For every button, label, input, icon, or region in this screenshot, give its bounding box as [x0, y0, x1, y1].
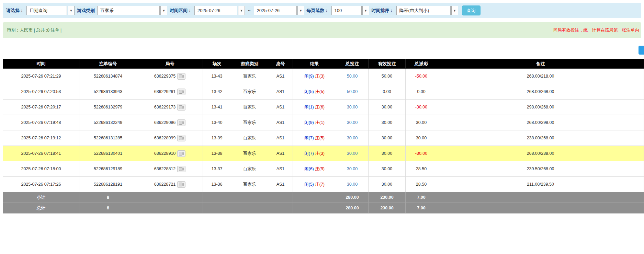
cell-session: 13-42 [203, 84, 231, 100]
total-bet-link[interactable]: 30.00 [347, 182, 358, 187]
cell-time: 2025-07-26 07:20:53 [3, 84, 79, 100]
total-bet-link[interactable]: 50.00 [347, 89, 358, 94]
date-to-value[interactable]: 2025-07-26 [254, 6, 297, 15]
chevron-down-icon[interactable]: ▼ [297, 6, 304, 15]
replay-icon[interactable] [177, 89, 185, 95]
query-type-value[interactable]: 日期查询 [26, 6, 67, 15]
subtotal-row: 小计 8 280.00 230.00 7.00 [3, 192, 644, 203]
cell-remark: 239.50/268.00 [437, 161, 644, 177]
table-row: 2025-07-26 07:19:12 522686131285 6362289… [3, 130, 644, 146]
chevron-down-icon[interactable]: ▼ [451, 6, 458, 15]
result-banker: 庄(5) [315, 89, 325, 94]
cell-valid-bet: 0.00 [369, 84, 406, 100]
cell-time: 2025-07-26 07:17:26 [3, 177, 79, 192]
total-bet-link[interactable]: 30.00 [347, 105, 358, 109]
cell-payout: -30.00 [406, 100, 437, 115]
date-from-value[interactable]: 2025-07-26 [194, 6, 237, 15]
cell-result: 闲(7) 庄(3) [293, 146, 336, 161]
chevron-down-icon[interactable]: ▼ [68, 6, 75, 15]
game-type-value[interactable]: 百家乐 [97, 6, 160, 15]
date-to-select[interactable]: 2025-07-26 ▼ [254, 6, 304, 15]
cell-table-no: AS1 [268, 115, 293, 130]
round-number: 636229375 [154, 74, 176, 79]
cell-round: 636228812 [137, 161, 203, 177]
cell-remark: 268.00/298.00 [437, 115, 644, 130]
cell-bet-id: 522686133943 [79, 84, 137, 100]
cell-bet-id: 522686128191 [79, 177, 137, 192]
cell-time: 2025-07-26 07:19:12 [3, 130, 79, 146]
header-result: 结果 [293, 59, 336, 69]
cell-game-type: 百家乐 [231, 115, 268, 130]
date-from-select[interactable]: 2025-07-26 ▼ [194, 6, 245, 15]
game-type-select[interactable]: 百家乐 ▼ [97, 6, 167, 15]
replay-icon[interactable] [177, 181, 185, 188]
total-bet-link[interactable]: 30.00 [347, 166, 358, 171]
cell-result: 闲(5) 庄(5) [293, 84, 336, 100]
round-number: 636229261 [154, 89, 176, 94]
cell-payout: 30.00 [406, 130, 437, 146]
cell-time: 2025-07-26 07:20:17 [3, 100, 79, 115]
select-label: 请选择： [6, 8, 24, 14]
cell-result: 闲(9) 庄(3) [293, 69, 336, 84]
cell-remark: 268.00/268.00 [437, 84, 644, 100]
time-sort-value[interactable]: 降幂(由大到小) [396, 6, 451, 15]
replay-icon[interactable] [177, 150, 185, 157]
query-button[interactable]: 查询 [462, 5, 481, 15]
subtotal-label: 小计 [3, 192, 79, 203]
cell-table-no: AS1 [268, 84, 293, 100]
round-number: 636228721 [154, 182, 176, 187]
bet-records-table: 时间 注单编号 局号 场次 游戏类别 桌号 结果 总投注 有效投注 总派彩 备注… [3, 59, 644, 213]
subtotal-count: 8 [79, 192, 137, 203]
total-bet-link[interactable]: 50.00 [347, 74, 358, 79]
partial-button[interactable] [639, 46, 644, 55]
cell-valid-bet: 30.00 [369, 130, 406, 146]
per-page-value[interactable]: 100 [331, 6, 362, 15]
replay-icon[interactable] [177, 73, 185, 80]
result-player: 闲(9) [304, 120, 314, 125]
replay-icon[interactable] [177, 119, 185, 126]
query-type-select[interactable]: 日期查询 ▼ [26, 6, 75, 15]
result-player: 闲(5) [304, 182, 314, 187]
chevron-down-icon[interactable]: ▼ [362, 6, 369, 15]
replay-icon[interactable] [177, 104, 185, 111]
header-bet-id: 注单编号 [79, 59, 137, 69]
result-player: 闲(7) [304, 136, 314, 140]
table-row: 2025-07-26 07:19:48 522686132249 6362290… [3, 115, 644, 130]
chevron-down-icon[interactable]: ▼ [238, 6, 245, 15]
cell-payout: -50.00 [406, 69, 437, 84]
cell-session: 13-38 [203, 146, 231, 161]
cell-valid-bet: 30.00 [369, 100, 406, 115]
replay-icon[interactable] [177, 166, 185, 172]
time-sort-label: 时间排序： [372, 8, 394, 14]
total-bet-link[interactable]: 30.00 [347, 151, 358, 156]
total-payout: 7.00 [406, 203, 437, 213]
time-sort-select[interactable]: 降幂(由大到小) ▼ [396, 6, 458, 15]
table-row: 2025-07-26 07:18:41 522686130401 6362289… [3, 146, 644, 161]
replay-icon[interactable] [177, 135, 185, 141]
cell-bet-id: 522686132249 [79, 115, 137, 130]
cell-session: 13-41 [203, 100, 231, 115]
subtotal-total-bet: 280.00 [336, 192, 369, 203]
date-range-separator: ~ [247, 8, 251, 13]
result-banker: 庄(5) [315, 136, 325, 140]
cell-bet-id: 522686131285 [79, 130, 137, 146]
round-number: 636229173 [154, 105, 176, 109]
cell-session: 13-36 [203, 177, 231, 192]
chevron-down-icon[interactable]: ▼ [160, 6, 167, 15]
result-player: 闲(5) [304, 89, 314, 94]
currency-summary: 币别：人民币 | 总共 :8 注单 | [7, 27, 61, 33]
total-label: 总计 [3, 203, 79, 213]
cell-time: 2025-07-26 07:18:41 [3, 146, 79, 161]
cell-round: 636229261 [137, 84, 203, 100]
table-row: 2025-07-26 07:20:17 522686132979 6362291… [3, 100, 644, 115]
per-page-select[interactable]: 100 ▼ [331, 6, 369, 15]
total-bet-link[interactable]: 30.00 [347, 120, 358, 125]
total-bet-link[interactable]: 30.00 [347, 136, 358, 140]
cell-round: 636229173 [137, 100, 203, 115]
result-banker: 庄(1) [315, 120, 325, 125]
cell-payout: 0.00 [406, 84, 437, 100]
total-total-bet: 280.00 [336, 203, 369, 213]
cell-round: 636228721 [137, 177, 203, 192]
cell-round: 636229096 [137, 115, 203, 130]
cell-time: 2025-07-26 07:18:00 [3, 161, 79, 177]
